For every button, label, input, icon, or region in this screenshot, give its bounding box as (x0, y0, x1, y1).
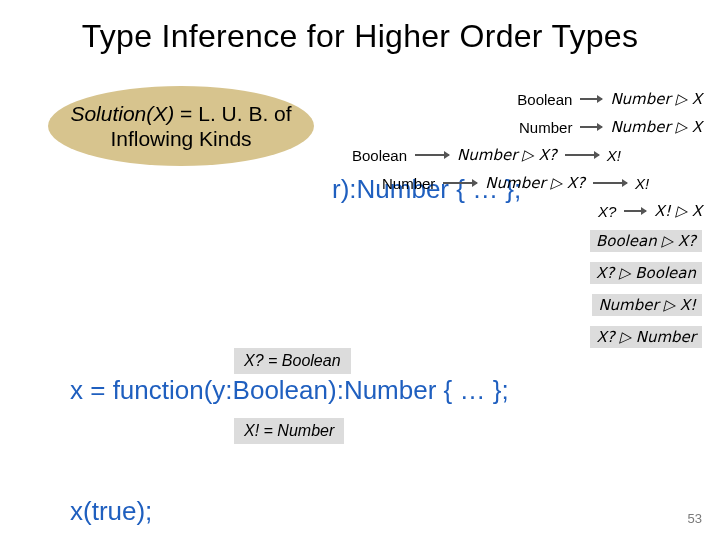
bubble-line-2: Inflowing Kinds (110, 126, 251, 151)
arrow-icon (624, 210, 646, 212)
bubble-line-1: Solution(X) = L. U. B. of (70, 101, 291, 126)
constraint-row: X? ▷ Number (590, 326, 702, 348)
arrow-icon (580, 98, 602, 100)
constraint-list: Boolean Number ▷ X Number Number ▷ X Boo… (472, 90, 702, 358)
constraint-row: Number ▷ X! (592, 294, 702, 316)
constraint-row: Boolean ▷ X? (590, 230, 702, 252)
constraint-row: Boolean Number ▷ X? X! (352, 146, 702, 164)
solution-bubble: Solution(X) = L. U. B. of Inflowing Kind… (48, 86, 314, 166)
arrow-icon (443, 182, 477, 184)
constraint-row: Number Number ▷ X? X! (382, 174, 702, 192)
arrow-icon (580, 126, 602, 128)
arrow-icon (593, 182, 627, 184)
arrow-icon (415, 154, 449, 156)
solution-xq: X? = Boolean (234, 348, 351, 374)
solution-xbang: X! = Number (234, 418, 344, 444)
constraint-row: Boolean Number ▷ X (472, 90, 702, 108)
constraint-row: Number Number ▷ X (472, 118, 702, 136)
slide-title: Type Inference for Higher Order Types (0, 0, 720, 55)
constraint-row: X? X! ▷ X (472, 202, 702, 220)
arrow-icon (565, 154, 599, 156)
code-line-3: x = function(y:Boolean):Number { … }; (52, 370, 521, 410)
page-number: 53 (688, 511, 702, 526)
code-line-4: x(true); (52, 491, 521, 531)
constraint-row: X? ▷ Boolean (590, 262, 702, 284)
